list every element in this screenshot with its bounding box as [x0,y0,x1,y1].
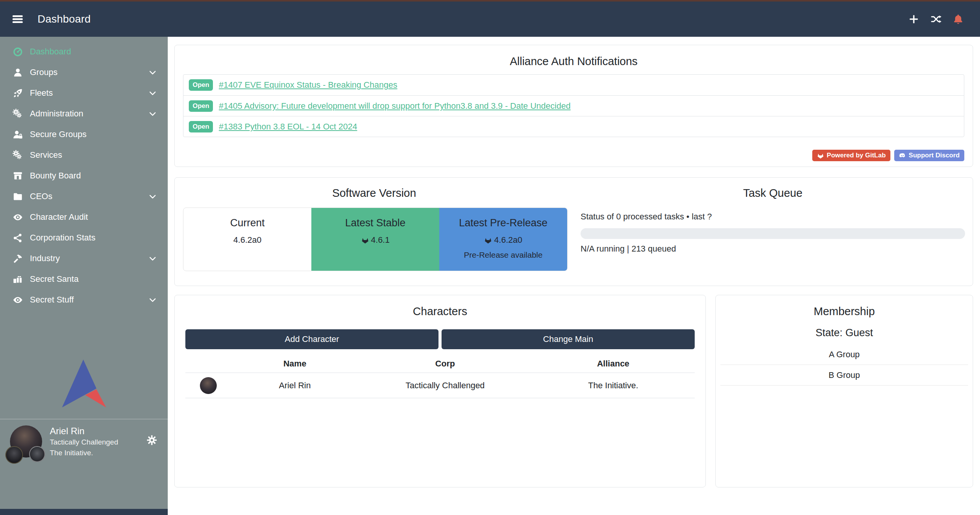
version-current: Current 4.6.2a0 [183,208,311,271]
notifications-footer: Powered by GitLab Support Discord [812,150,964,161]
task-queue-progressbar [581,228,965,239]
software-version-section: Software Version Current 4.6.2a0 Latest … [175,178,574,286]
sidebar-item-groups[interactable]: Groups [0,62,168,83]
hammer-icon [10,253,25,264]
table-row: Ariel Rin Tactically Challenged The Init… [185,373,695,398]
navbar-actions [908,13,969,25]
user-avatar [10,425,42,458]
person-icon [10,67,25,78]
task-queue-section: Task Queue Status of 0 processed tasks •… [574,178,973,286]
rocket-icon [10,88,25,98]
sidebar: Dashboard Groups Fleets Administration [0,37,168,515]
task-queue-status: Status of 0 processed tasks • last ? [581,212,965,222]
sidebar-item-bounty-board[interactable]: Bounty Board [0,165,168,186]
sidebar-item-secret-stuff[interactable]: Secret Stuff [0,289,168,310]
shuffle-icon[interactable] [930,13,942,25]
sidebar-nav: Dashboard Groups Fleets Administration [0,41,168,310]
gitlab-icon [361,236,369,244]
list-item: Open #1405 Advisory: Future development … [183,95,964,116]
cogs-icon [10,109,25,119]
notifications-list: Open #1407 EVE Equinox Status - Breaking… [183,74,964,137]
membership-groups: A Group B Group [720,344,968,386]
character-alliance: The Initiative. [532,381,695,391]
sidebar-item-dashboard[interactable]: Dashboard [0,41,168,62]
share-icon [10,233,25,243]
status-badge: Open [189,79,213,91]
list-item: B Group [720,365,968,386]
user-corp: Tactically Challenged [50,437,118,448]
eye-icon [10,295,25,305]
discord-icon [899,152,906,159]
cogs-icon [10,150,25,160]
column-header-name: Name [231,359,359,369]
alliance-auth-app: Dashboard Dashboard Groups Flee [0,0,980,515]
user-panel: Ariel Rin Tactically Challenged The Init… [0,419,168,460]
folder-icon [10,191,25,202]
user-alliance: The Initiative. [50,448,118,458]
sidebar-item-secure-groups[interactable]: Secure Groups [0,124,168,145]
sidebar-item-services[interactable]: Services [0,145,168,165]
characters-title: Characters [185,295,695,318]
chevron-down-icon [148,192,157,201]
eye-icon [10,212,25,222]
sidebar-item-industry[interactable]: Industry [0,248,168,269]
chevron-down-icon [148,110,157,118]
gauge-icon [10,47,25,57]
sidebar-item-secret-santa[interactable]: Secret Santa [0,269,168,289]
add-character-button[interactable]: Add Character [185,329,438,349]
alliance-logo [29,446,45,462]
notification-link[interactable]: #1405 Advisory: Future development will … [219,101,570,111]
version-latest-prerelease: Latest Pre-Release 4.6.2a0 Pre-Release a… [439,208,567,271]
characters-panel: Characters Add Character Change Main Nam… [174,295,706,487]
character-corp: Tactically Challenged [358,381,532,391]
chevron-down-icon [148,254,157,263]
chevron-down-icon [148,296,157,304]
status-badge: Open [189,121,213,132]
chevron-down-icon [148,89,157,98]
top-navbar: Dashboard [0,2,980,37]
store-icon [10,171,25,181]
menu-icon[interactable] [11,13,24,25]
list-item: A Group [720,344,968,365]
powered-by-gitlab-badge[interactable]: Powered by GitLab [812,150,890,161]
sidebar-item-ceos[interactable]: CEOs [0,186,168,207]
membership-panel: Membership State: Guest A Group B Group [715,295,973,487]
gitlab-icon [484,236,492,244]
main-content: Alliance Auth Notifications Open #1407 E… [168,37,980,515]
sidebar-item-character-audit[interactable]: Character Audit [0,207,168,227]
avatar [200,377,217,394]
membership-state: State: Guest [720,327,968,339]
sidebar-item-fleets[interactable]: Fleets [0,83,168,103]
change-main-button[interactable]: Change Main [442,329,695,349]
notifications-panel: Alliance Auth Notifications Open #1407 E… [174,45,973,167]
table-header-row: Name Corp Alliance [185,355,695,373]
sidebar-item-administration[interactable]: Administration [0,103,168,124]
sidebar-item-corporation-stats[interactable]: Corporation Stats [0,227,168,248]
support-discord-badge[interactable]: Support Discord [894,150,964,161]
version-latest-stable: Latest Stable 4.6.1 [311,208,439,271]
corp-logo [5,446,23,464]
list-item: Open #1383 Python 3.8 EOL - 14 Oct 2024 [183,116,964,137]
plus-icon[interactable] [908,13,919,25]
status-badge: Open [189,100,213,112]
status-panel: Software Version Current 4.6.2a0 Latest … [174,177,973,286]
chevron-down-icon [148,68,157,77]
page-title: Dashboard [38,13,91,25]
membership-title: Membership [720,295,968,318]
gear-icon[interactable] [146,434,158,446]
version-box: Current 4.6.2a0 Latest Stable 4.6.1 Late… [183,208,568,271]
user-name: Ariel Rin [50,425,118,437]
character-name: Ariel Rin [231,381,359,391]
column-header-alliance: Alliance [532,359,695,369]
characters-actions: Add Character Change Main [185,329,695,349]
sidebar-footer-strip [0,509,168,515]
gitlab-icon [817,152,824,159]
list-item: Open #1407 EVE Equinox Status - Breaking… [183,75,964,95]
prerelease-note: Pre-Release available [439,250,567,260]
notifications-title: Alliance Auth Notifications [183,45,964,68]
bell-icon[interactable] [952,13,964,25]
notification-link[interactable]: #1383 Python 3.8 EOL - 14 Oct 2024 [219,122,357,132]
column-header-corp: Corp [358,359,532,369]
user-info: Ariel Rin Tactically Challenged The Init… [50,425,118,458]
notification-link[interactable]: #1407 EVE Equinox Status - Breaking Chan… [219,80,397,90]
